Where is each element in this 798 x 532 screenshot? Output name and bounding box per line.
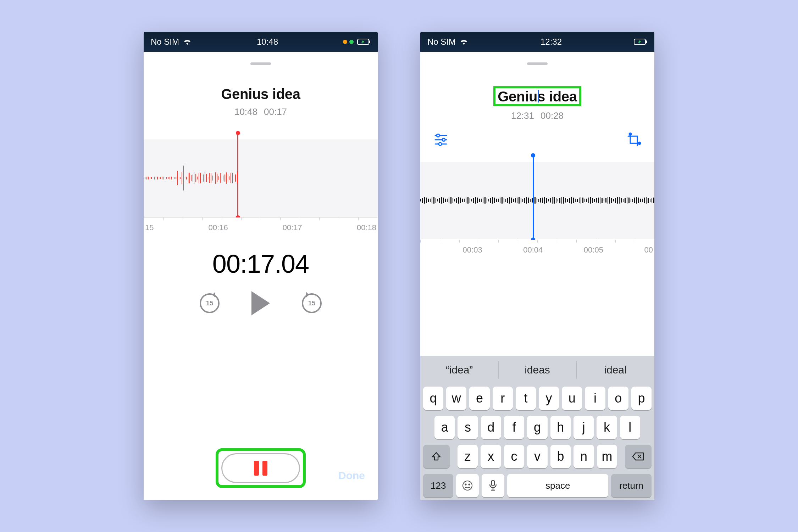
recording-title[interactable]: Genius idea [221, 86, 300, 102]
pause-icon [262, 461, 267, 476]
playhead[interactable] [237, 133, 238, 217]
key-f[interactable]: f [504, 416, 524, 439]
trim-crop-icon[interactable] [626, 132, 642, 148]
key-l[interactable]: l [620, 416, 640, 439]
recording-duration: 00:17 [264, 106, 287, 117]
svg-point-12 [463, 481, 472, 490]
battery-charging-icon [357, 39, 371, 45]
suggestion[interactable]: ideal [576, 356, 654, 384]
key-s[interactable]: s [458, 416, 478, 439]
status-clock: 12:32 [541, 37, 562, 47]
key-o[interactable]: o [608, 387, 628, 410]
key-j[interactable]: j [573, 416, 594, 439]
playhead[interactable] [533, 155, 534, 240]
key-a[interactable]: a [434, 416, 455, 439]
recording-meta: 12:31 00:28 [420, 110, 654, 121]
elapsed-timer: 00:17.04 [144, 249, 378, 278]
suggestion[interactable]: “idea” [420, 356, 498, 384]
recording-title-input[interactable]: Genius idea [493, 86, 581, 106]
key-m[interactable]: m [597, 445, 617, 468]
timeline-label: 00:18 [357, 223, 376, 232]
key-v[interactable]: v [527, 445, 548, 468]
phone-rename-state: No SIM 12:32 Genius idea 12:31 00:28 [420, 32, 654, 500]
emoji-key[interactable] [456, 474, 479, 497]
recording-time: 12:31 [511, 110, 534, 121]
phone-recording-state: No SIM 10:48 Genius idea 10:48 00:17 [144, 32, 378, 500]
key-d[interactable]: d [481, 416, 501, 439]
timeline-label: 00:03 [463, 245, 482, 255]
svg-point-9 [439, 143, 442, 145]
dictation-key[interactable] [482, 474, 504, 497]
carrier-label: No SIM [427, 37, 456, 47]
status-bar: No SIM 10:48 [144, 32, 378, 52]
text-caret [538, 90, 539, 102]
recording-sheet: Genius idea 10:48 00:17 15 00:16 00:17 0… [144, 57, 378, 500]
key-k[interactable]: k [597, 416, 617, 439]
space-key[interactable]: space [507, 474, 608, 497]
on-screen-keyboard: “idea” ideas ideal qwertyuiop asdfghjkl … [420, 356, 654, 500]
suggestion[interactable]: ideas [498, 356, 576, 384]
carrier-label: No SIM [151, 37, 179, 47]
recording-duration: 00:28 [541, 110, 564, 121]
callout-highlight [216, 448, 306, 488]
numbers-key[interactable]: 123 [423, 474, 453, 497]
skip-back-15-button[interactable]: 15 [200, 293, 220, 313]
backspace-key[interactable] [625, 445, 652, 468]
equalizer-settings-icon[interactable] [433, 132, 449, 148]
key-x[interactable]: x [481, 445, 501, 468]
svg-point-11 [638, 142, 641, 144]
key-p[interactable]: p [631, 387, 652, 410]
timeline-label: 00:05 [584, 245, 603, 255]
key-e[interactable]: e [469, 387, 489, 410]
key-q[interactable]: q [423, 387, 443, 410]
key-n[interactable]: n [573, 445, 594, 468]
svg-point-7 [442, 138, 445, 141]
timeline-label: 15 [145, 223, 154, 232]
recording-sheet: Genius idea 12:31 00:28 [420, 57, 654, 500]
svg-point-5 [437, 134, 439, 137]
svg-point-14 [469, 484, 470, 485]
battery-charging-icon [634, 39, 647, 45]
return-key[interactable]: return [611, 474, 652, 497]
key-t[interactable]: t [516, 387, 536, 410]
play-button[interactable] [251, 291, 270, 315]
key-z[interactable]: z [458, 445, 478, 468]
status-bar: No SIM 12:32 [420, 32, 654, 52]
sheet-grabber[interactable] [250, 62, 271, 65]
done-button[interactable]: Done [338, 470, 365, 482]
key-c[interactable]: c [504, 445, 525, 468]
waveform-timeline[interactable]: 15 00:16 00:17 00:18 [144, 132, 378, 235]
svg-rect-15 [492, 480, 494, 486]
pause-recording-button[interactable] [221, 453, 300, 483]
svg-point-13 [465, 484, 466, 485]
key-g[interactable]: g [527, 416, 547, 439]
status-clock: 10:48 [257, 37, 278, 47]
svg-rect-3 [646, 40, 647, 43]
recording-meta: 10:48 00:17 [144, 106, 378, 117]
timeline-label: 00 [644, 245, 653, 255]
key-i[interactable]: i [585, 387, 605, 410]
timeline-label: 00:17 [283, 223, 302, 232]
key-w[interactable]: w [446, 387, 466, 410]
wifi-icon [459, 38, 469, 45]
key-r[interactable]: r [493, 387, 513, 410]
svg-point-10 [629, 133, 631, 135]
key-h[interactable]: h [550, 416, 571, 439]
timeline-label: 00:16 [209, 223, 228, 232]
wifi-icon [183, 38, 192, 45]
shift-key[interactable] [423, 445, 450, 468]
sheet-grabber[interactable] [527, 62, 548, 65]
skip-forward-15-button[interactable]: 15 [302, 293, 322, 313]
key-u[interactable]: u [562, 387, 582, 410]
suggestion-bar: “idea” ideas ideal [420, 356, 654, 384]
recording-indicator-icon [343, 40, 354, 44]
recording-time: 10:48 [234, 106, 257, 117]
key-y[interactable]: y [539, 387, 559, 410]
svg-rect-1 [369, 40, 370, 43]
key-b[interactable]: b [550, 445, 571, 468]
pause-icon [254, 461, 259, 476]
waveform-timeline[interactable]: 00:03 00:04 00:05 00 [420, 154, 654, 257]
timeline-label: 00:04 [523, 245, 543, 255]
